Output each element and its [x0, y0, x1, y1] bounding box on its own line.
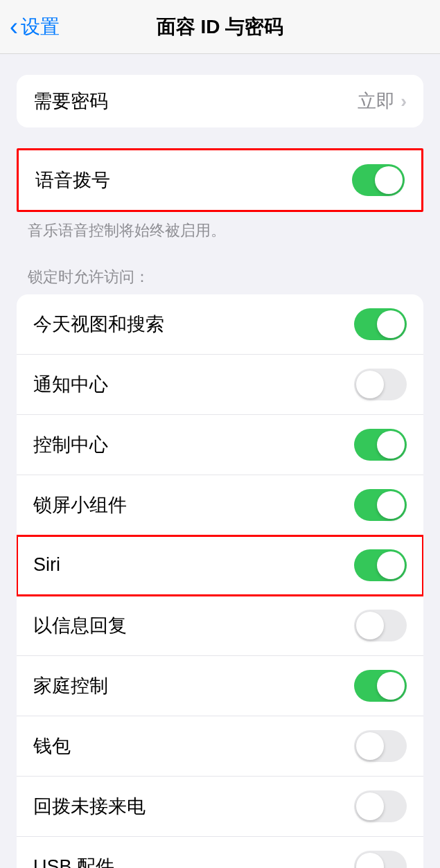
lock-access-toggle[interactable] [354, 610, 407, 641]
lock-access-header: 锁定时允许访问： [0, 267, 440, 294]
lock-access-row: 回拨未接来电 [17, 777, 423, 837]
lock-access-item-label: 以信息回复 [33, 613, 127, 638]
lock-access-toggle[interactable] [354, 851, 407, 868]
lock-access-item-label: 回拨未接来电 [33, 794, 146, 819]
page-title: 面容 ID 与密码 [157, 14, 284, 40]
voice-dial-row: 语音拨号 [19, 150, 421, 210]
lock-access-row: 以信息回复 [17, 596, 423, 656]
voice-dial-group: 语音拨号 [17, 148, 423, 212]
lock-access-toggle[interactable] [354, 790, 407, 822]
lock-access-row: Siri [17, 535, 423, 596]
lock-access-item-label: Siri [33, 554, 60, 576]
lock-access-item-label: 锁屏小组件 [33, 493, 127, 517]
back-label: 设置 [21, 14, 60, 40]
lock-access-toggle[interactable] [354, 308, 407, 340]
lock-access-row: 今天视图和搜索 [17, 294, 423, 355]
lock-access-item-label: 钱包 [33, 734, 71, 759]
lock-access-toggle[interactable] [354, 369, 407, 400]
chevron-left-icon: ‹ [10, 15, 18, 39]
lock-access-row: 钱包 [17, 716, 423, 777]
lock-access-row: 家庭控制 [17, 656, 423, 716]
back-button[interactable]: ‹ 设置 [0, 14, 60, 40]
lock-access-item-label: 家庭控制 [33, 673, 108, 698]
voice-dial-toggle[interactable] [352, 164, 405, 196]
lock-access-toggle[interactable] [354, 670, 407, 702]
lock-access-toggle[interactable] [354, 549, 407, 581]
lock-access-row: USB 配件 [17, 837, 423, 868]
lock-access-item-label: 控制中心 [33, 432, 108, 457]
chevron-right-icon: › [401, 91, 407, 112]
lock-access-row: 控制中心 [17, 415, 423, 475]
lock-access-row: 通知中心 [17, 355, 423, 415]
lock-access-toggle[interactable] [354, 730, 407, 762]
lock-access-group: 今天视图和搜索通知中心控制中心锁屏小组件Siri以信息回复家庭控制钱包回拨未接来… [17, 294, 423, 868]
require-passcode-value: 立即 [358, 89, 395, 114]
require-passcode-row[interactable]: 需要密码 立即 › [17, 75, 423, 127]
lock-access-item-label: 今天视图和搜索 [33, 312, 164, 337]
voice-dial-label: 语音拨号 [35, 168, 110, 193]
header-bar: ‹ 设置 面容 ID 与密码 [0, 0, 440, 54]
lock-access-item-label: USB 配件 [33, 854, 114, 868]
lock-access-item-label: 通知中心 [33, 372, 108, 397]
lock-access-row: 锁屏小组件 [17, 475, 423, 535]
voice-dial-footer: 音乐语音控制将始终被启用。 [0, 212, 440, 242]
lock-access-toggle[interactable] [354, 429, 407, 461]
lock-access-toggle[interactable] [354, 489, 407, 521]
require-passcode-label: 需要密码 [33, 89, 108, 114]
